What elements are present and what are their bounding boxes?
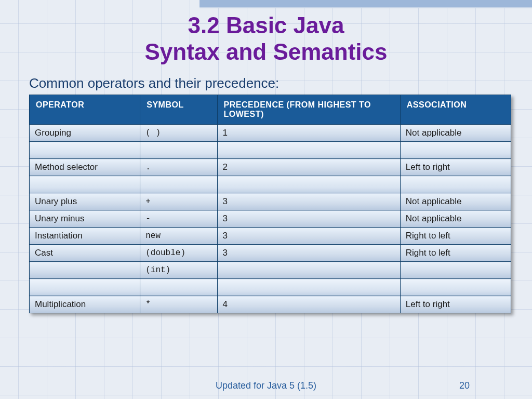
header-symbol: SYMBOL: [140, 95, 217, 125]
cell-symbol: (double): [140, 245, 217, 262]
cell-association: [400, 142, 511, 159]
cell-symbol: [140, 176, 217, 193]
table-row: [30, 279, 511, 296]
cell-symbol: [140, 279, 217, 296]
cell-symbol: new: [140, 228, 217, 245]
cell-symbol: +: [140, 193, 217, 210]
header-association: ASSOCIATION: [400, 95, 511, 125]
cell-precedence: 2: [217, 159, 400, 176]
cell-operator: Instantiation: [30, 228, 140, 245]
cell-operator: Cast: [30, 245, 140, 262]
cell-operator: [30, 279, 140, 296]
cell-symbol: (int): [140, 262, 217, 279]
cell-operator: Unary minus: [30, 210, 140, 228]
cell-precedence: [217, 279, 400, 296]
cell-precedence: 3: [217, 245, 400, 262]
cell-symbol: .: [140, 159, 217, 176]
title-line-2: Syntax and Semantics: [144, 39, 387, 64]
cell-symbol: -: [140, 210, 217, 228]
cell-precedence: 4: [217, 296, 400, 313]
cell-operator: Unary plus: [30, 193, 140, 210]
cell-operator: Grouping: [30, 125, 140, 142]
cell-association: [400, 262, 511, 279]
footer-update-note: Updated for Java 5 (1.5): [216, 380, 316, 391]
cell-operator: Method selector: [30, 159, 140, 176]
table-row: [30, 176, 511, 193]
table-row: Grouping( )1Not applicable: [30, 125, 511, 142]
cell-precedence: 3: [217, 228, 400, 245]
operator-precedence-table-wrap: OPERATOR SYMBOL PRECEDENCE (FROM HIGHEST…: [29, 95, 511, 313]
cell-association: Right to left: [400, 245, 511, 262]
cell-association: [400, 176, 511, 193]
cell-precedence: [217, 142, 400, 159]
table-row: Unary plus+3Not applicable: [30, 193, 511, 210]
cell-association: Not applicable: [400, 210, 511, 228]
slide-subtitle: Common operators and their precedence:: [0, 75, 532, 95]
cell-operator: Multiplication: [30, 296, 140, 313]
cell-association: [400, 279, 511, 296]
cell-association: Right to left: [400, 228, 511, 245]
title-line-1: 3.2 Basic Java: [188, 12, 344, 38]
table-row: Method selector.2Left to right: [30, 159, 511, 176]
cell-precedence: 1: [217, 125, 400, 142]
footer-page-number: 20: [459, 380, 470, 391]
cell-precedence: [217, 262, 400, 279]
table-row: [30, 142, 511, 159]
table-row: Instantiationnew3Right to left: [30, 228, 511, 245]
cell-precedence: 3: [217, 210, 400, 228]
cell-precedence: 3: [217, 193, 400, 210]
cell-symbol: *: [140, 296, 217, 313]
cell-association: Not applicable: [400, 193, 511, 210]
slide-accent-bar: [200, 0, 532, 8]
table-row: Unary minus-3Not applicable: [30, 210, 511, 228]
cell-precedence: [217, 176, 400, 193]
operator-precedence-table: OPERATOR SYMBOL PRECEDENCE (FROM HIGHEST…: [29, 95, 511, 313]
header-precedence: PRECEDENCE (FROM HIGHEST TO LOWEST): [217, 95, 400, 125]
cell-association: Left to right: [400, 159, 511, 176]
cell-operator: [30, 262, 140, 279]
cell-operator: [30, 176, 140, 193]
table-row: Cast(double)3Right to left: [30, 245, 511, 262]
cell-operator: [30, 142, 140, 159]
cell-association: Not applicable: [400, 125, 511, 142]
slide-footer: Updated for Java 5 (1.5) 20: [0, 380, 532, 395]
slide-title: 3.2 Basic Java Syntax and Semantics: [0, 0, 532, 75]
header-operator: OPERATOR: [30, 95, 140, 125]
table-header-row: OPERATOR SYMBOL PRECEDENCE (FROM HIGHEST…: [30, 95, 511, 125]
cell-symbol: ( ): [140, 125, 217, 142]
cell-symbol: [140, 142, 217, 159]
table-row: Multiplication*4Left to right: [30, 296, 511, 313]
cell-association: Left to right: [400, 296, 511, 313]
table-row: (int): [30, 262, 511, 279]
